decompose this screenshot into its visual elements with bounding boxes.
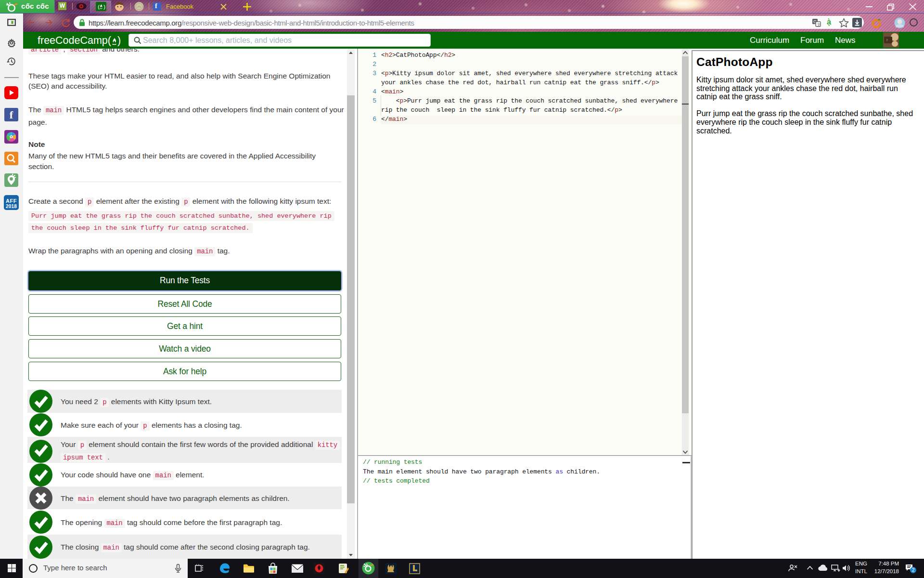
svg-text:): ) — [103, 4, 106, 10]
svg-text:(: ( — [97, 4, 101, 10]
svg-text:文: 文 — [817, 23, 821, 27]
